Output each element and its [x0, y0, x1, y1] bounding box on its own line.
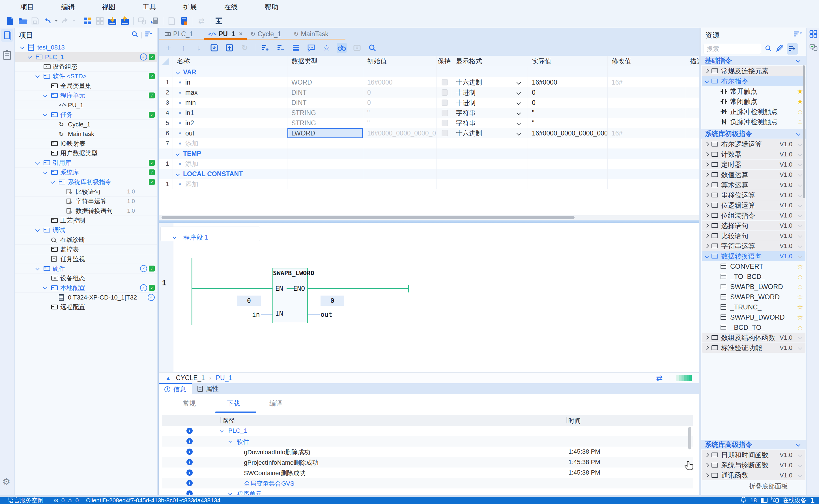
- variable-name-cell[interactable]: min: [173, 98, 287, 108]
- tree-item[interactable]: 设备组态: [15, 62, 157, 72]
- display-format-dropdown[interactable]: 字符串: [452, 108, 528, 118]
- expander-chevron-icon[interactable]: [702, 474, 711, 477]
- download-to-plc-icon[interactable]: [106, 15, 119, 27]
- tree-item[interactable]: 程序单元: [15, 91, 157, 100]
- tab-info[interactable]: i 信息: [159, 383, 192, 394]
- resource-item[interactable]: 数据转换语句 V1.0: [702, 251, 805, 261]
- initial-value-cell[interactable]: '': [363, 118, 437, 128]
- select-all-corner[interactable]: [159, 56, 173, 67]
- resource-item[interactable]: 日期和时间函数 V1.0: [702, 450, 805, 460]
- tree-item[interactable]: 本地配置: [15, 283, 157, 293]
- collapse-panel-icon[interactable]: ▲: [165, 375, 171, 381]
- move-up-icon[interactable]: ↑: [179, 43, 189, 53]
- expander-chevron-icon[interactable]: [702, 204, 711, 207]
- redo-icon[interactable]: [59, 15, 71, 27]
- retain-checkbox[interactable]: [437, 98, 452, 108]
- description-cell[interactable]: [686, 98, 699, 108]
- data-type-cell[interactable]: [287, 159, 363, 169]
- col-desc[interactable]: 描述: [686, 56, 699, 67]
- log-col-path[interactable]: 路径: [222, 417, 235, 425]
- initial-value-cell[interactable]: [363, 138, 437, 148]
- online-device-icon[interactable]: [809, 44, 818, 53]
- favorite-star-icon[interactable]: [795, 224, 805, 227]
- modify-value-cell[interactable]: [608, 67, 686, 77]
- write-values-disabled-icon[interactable]: [352, 43, 362, 53]
- tab-maintask[interactable]: ↻ MainTask: [294, 28, 328, 40]
- undo-icon[interactable]: [41, 15, 54, 27]
- menu-item[interactable]: 帮助: [262, 1, 281, 13]
- online-device-icon[interactable]: [771, 496, 779, 504]
- favorite-star-icon[interactable]: [795, 245, 805, 247]
- modify-value-cell[interactable]: [608, 108, 686, 118]
- subtab-general[interactable]: 常规: [183, 399, 196, 408]
- display-format-dropdown[interactable]: 十六进制: [452, 128, 528, 138]
- tab-cycle1[interactable]: ↻ Cycle_1: [250, 28, 281, 40]
- variable-name-cell[interactable]: 添加: [173, 179, 287, 189]
- variable-row[interactable]: LOCAL CONSTANT: [159, 169, 699, 179]
- undo-caret-icon[interactable]: [54, 15, 59, 27]
- pin-eno[interactable]: ENO: [293, 285, 305, 292]
- modify-value-cell[interactable]: [608, 148, 686, 159]
- resource-item[interactable]: 通讯函数 V1.0: [702, 470, 805, 480]
- expander-chevron-icon[interactable]: [702, 224, 711, 227]
- log-row[interactable]: i 全局变量集合GVS: [162, 478, 693, 488]
- expander-chevron-icon[interactable]: [702, 255, 711, 258]
- input-monitor-value[interactable]: 0: [237, 296, 261, 306]
- retain-checkbox[interactable]: [437, 77, 452, 87]
- settings-gear-icon[interactable]: ⚙: [2, 476, 10, 487]
- expander-chevron-icon[interactable]: [702, 234, 711, 237]
- output-monitor-value[interactable]: 0: [321, 296, 344, 306]
- input-operand-label[interactable]: in: [252, 311, 260, 318]
- description-cell[interactable]: [686, 67, 699, 77]
- display-format-dropdown[interactable]: [452, 148, 528, 159]
- tree-item[interactable]: 调试: [15, 225, 157, 235]
- expander-chevron-icon[interactable]: [702, 69, 711, 72]
- modify-value-cell[interactable]: [608, 118, 686, 128]
- tree-item[interactable]: Cycle_1: [15, 120, 157, 129]
- variable-row[interactable]: 1 添加: [159, 159, 699, 169]
- expander-chevron-icon[interactable]: [702, 163, 711, 166]
- actual-value-cell[interactable]: [528, 169, 608, 179]
- log-row[interactable]: i 程序单元: [162, 488, 693, 495]
- expander-chevron-icon[interactable]: [228, 439, 232, 443]
- tree-item[interactable]: 全局变量集: [15, 81, 157, 91]
- favorite-star-icon[interactable]: ☆: [321, 43, 332, 53]
- variable-row[interactable]: 6 out LWORD 16#0000_0000_0000_000 十六进制 1…: [159, 128, 699, 138]
- output-operand-label[interactable]: out: [321, 311, 332, 318]
- data-type-cell[interactable]: [287, 67, 363, 77]
- variable-name-cell[interactable]: VAR: [173, 67, 287, 77]
- variable-row[interactable]: VAR: [159, 67, 699, 77]
- expander-chevron-icon[interactable]: [36, 161, 44, 164]
- favorite-star-icon[interactable]: [795, 293, 805, 301]
- expander-chevron-icon[interactable]: [702, 244, 711, 247]
- favorite-star-icon[interactable]: [795, 255, 805, 258]
- resource-item[interactable]: CONVERT: [702, 261, 805, 271]
- tree-item[interactable]: 引用库: [15, 158, 157, 168]
- clipboard-icon[interactable]: [3, 51, 11, 60]
- display-format-dropdown[interactable]: 十六进制: [452, 77, 528, 87]
- expander-chevron-icon[interactable]: [702, 464, 711, 467]
- monitor-binoculars-icon[interactable]: [337, 43, 347, 53]
- resource-item[interactable]: 常开触点: [702, 86, 805, 96]
- log-message[interactable]: gProjectInfoName删除成功: [244, 458, 319, 467]
- grid-blocks-disabled-icon[interactable]: [94, 15, 106, 27]
- menu-item[interactable]: 编辑: [58, 1, 78, 13]
- actual-value-cell[interactable]: [528, 67, 608, 77]
- remove-row-icon[interactable]: [276, 43, 286, 53]
- expander-chevron-icon[interactable]: [702, 79, 711, 83]
- tree-item[interactable]: 0 T324-XP-CD-10_1[T324-XP-CD-10]: [15, 293, 157, 302]
- document-icon[interactable]: [165, 15, 178, 27]
- variable-name-cell[interactable]: LOCAL CONSTANT: [173, 169, 287, 179]
- expander-chevron-icon[interactable]: [51, 180, 59, 184]
- expander-chevron-icon[interactable]: [702, 214, 711, 217]
- close-tab-icon[interactable]: ×: [239, 30, 242, 38]
- col-type[interactable]: 数据类型: [287, 56, 363, 67]
- col-init[interactable]: 初始值: [363, 56, 437, 67]
- log-message[interactable]: 软件: [237, 438, 249, 446]
- search-input[interactable]: [704, 44, 761, 54]
- panel-splitter[interactable]: [159, 220, 699, 223]
- actual-value-cell[interactable]: 0: [528, 87, 608, 98]
- device-connect-icon[interactable]: [136, 15, 148, 27]
- retain-checkbox[interactable]: [437, 148, 452, 159]
- tree-item[interactable]: IO映射表: [15, 139, 157, 148]
